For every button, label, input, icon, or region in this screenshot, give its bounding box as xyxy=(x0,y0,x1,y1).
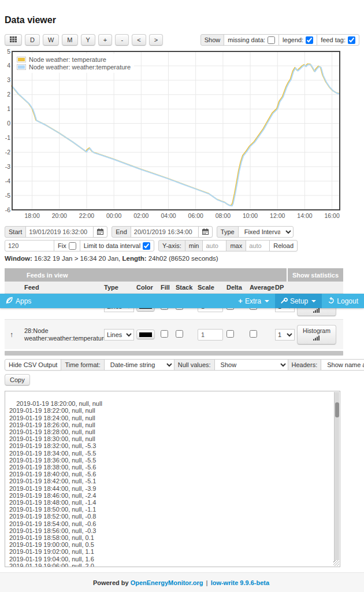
limit-checkbox[interactable] xyxy=(143,242,150,250)
col-stack: Stack xyxy=(176,284,198,291)
type-label: Type xyxy=(217,226,239,238)
legend-entry: Node weather: temperature xyxy=(17,56,131,63)
nav-apps[interactable]: Apps xyxy=(0,294,37,308)
yaxis-max-input[interactable] xyxy=(246,240,270,251)
feed-tag-option: feed tag: xyxy=(317,34,359,46)
nav-extra[interactable]: + Extra xyxy=(232,294,275,308)
csv-scrollbar-thumb[interactable] xyxy=(335,402,339,417)
pan-right-button[interactable]: > xyxy=(149,34,163,46)
start-label: Start xyxy=(5,226,26,238)
chevron-down-icon xyxy=(311,300,316,302)
zoom-in-button[interactable]: + xyxy=(98,34,112,46)
legend-swatch-blue xyxy=(17,64,26,70)
missing-data-option: missing data: xyxy=(224,34,279,46)
page-footer: Powered by OpenEnergyMonitor.org | low-w… xyxy=(0,572,364,592)
time-format-select[interactable]: Date-time string xyxy=(104,359,174,371)
feed-color-button[interactable] xyxy=(136,330,155,339)
version-link[interactable]: low-write 9.9.6-beta xyxy=(211,579,269,586)
legend-checkbox[interactable] xyxy=(306,36,313,44)
show-label: Show xyxy=(200,34,225,46)
zoom-out-button[interactable]: - xyxy=(115,34,129,46)
average-checkbox[interactable] xyxy=(250,330,257,338)
missing-data-checkbox[interactable] xyxy=(268,36,275,44)
csv-scrollbar-track[interactable] xyxy=(334,392,339,561)
yaxis-group: Y-axis: min max Reload xyxy=(158,240,298,251)
zoom-month-button[interactable]: M xyxy=(62,34,77,46)
svg-text:18:00: 18:00 xyxy=(24,212,39,219)
window-value: 16:32 19 Jan > 16:34 20 Jan, xyxy=(32,255,122,262)
time-nav-buttons: D W M Y + - < > xyxy=(5,34,163,46)
move-feed-up-button[interactable]: ↑ xyxy=(5,331,18,339)
col-fill: Fill xyxy=(161,284,176,291)
legend-entry: Node weather: weather:temperature xyxy=(17,64,131,71)
copy-button[interactable]: Copy xyxy=(5,374,30,386)
app-navbar: Apps + Extra Setup Logout xyxy=(0,294,364,308)
grid-view-button[interactable] xyxy=(5,34,22,46)
svg-text:-4: -4 xyxy=(5,177,10,184)
interval-type-select[interactable]: Fixed Interval xyxy=(238,226,294,238)
interval-seconds-input[interactable] xyxy=(5,240,54,251)
color-chip xyxy=(139,332,152,337)
legend-swatch-yellow xyxy=(17,57,26,62)
csv-headers-select[interactable]: Show name and tag xyxy=(321,359,364,371)
page-title: Data viewer xyxy=(5,15,56,25)
length-label: Length: xyxy=(122,255,147,262)
temperature-chart[interactable]: 543210-1-2-3-4-5-618:0020:0022:0000:0002… xyxy=(5,49,351,223)
end-datetime-input[interactable] xyxy=(131,226,199,238)
calendar-icon xyxy=(97,228,103,236)
svg-text:14:00: 14:00 xyxy=(297,212,312,219)
nav-setup[interactable]: Setup xyxy=(275,294,322,308)
start-datetime-input[interactable] xyxy=(25,226,94,238)
time-format-label: Time format: xyxy=(61,359,104,371)
calendar-icon xyxy=(202,228,209,236)
resize-grip-icon[interactable] xyxy=(333,560,339,566)
svg-text:08:00: 08:00 xyxy=(216,212,231,219)
feeds-horizontal-scrollbar[interactable] xyxy=(5,351,343,356)
zoom-day-button[interactable]: D xyxy=(25,34,40,46)
pan-left-button[interactable]: < xyxy=(132,34,146,46)
svg-text:00:00: 00:00 xyxy=(106,212,121,219)
feed-type-select[interactable]: Lines xyxy=(104,329,134,341)
headers-label: Headers: xyxy=(288,359,322,371)
col-color: Color xyxy=(136,284,161,291)
col-dp: DP xyxy=(275,284,297,291)
zoom-year-button[interactable]: Y xyxy=(81,34,95,46)
hide-csv-output-button[interactable]: Hide CSV Output xyxy=(5,359,61,371)
yaxis-min-label: min xyxy=(185,240,203,251)
feeds-title-bar: Feeds in view Show statistics xyxy=(5,268,343,282)
legend-option: legend: xyxy=(278,34,317,46)
null-values-select[interactable]: Show xyxy=(214,359,288,371)
yaxis-label: Y-axis: xyxy=(158,240,185,251)
chart-plot-area[interactable]: 543210-1-2-3-4-5-618:0020:0022:0000:0002… xyxy=(5,49,351,224)
csv-output-textarea[interactable]: 2019-01-19 18:20:00, null, null 2019-01-… xyxy=(5,391,340,567)
fill-checkbox[interactable] xyxy=(161,330,168,338)
fix-checkbox[interactable] xyxy=(69,242,76,250)
scale-input[interactable] xyxy=(198,329,223,341)
end-calendar-button[interactable] xyxy=(198,226,213,238)
svg-text:04:00: 04:00 xyxy=(161,212,176,219)
footer-separator: | xyxy=(206,579,208,586)
reload-button[interactable]: Reload xyxy=(269,240,298,251)
show-options-group: Show missing data: legend: feed tag: xyxy=(200,34,359,46)
show-statistics-button[interactable]: Show statistics xyxy=(287,268,343,282)
svg-text:5: 5 xyxy=(7,49,10,55)
zoom-week-button[interactable]: W xyxy=(43,34,59,46)
feed-tag-checkbox[interactable] xyxy=(348,36,355,44)
csv-controls: Hide CSV Output Time format: Date-time s… xyxy=(5,359,364,371)
svg-text:16:00: 16:00 xyxy=(324,212,339,219)
histogram-button[interactable]: Histogram xyxy=(297,325,336,345)
svg-text:-2: -2 xyxy=(5,149,10,156)
yaxis-min-input[interactable] xyxy=(202,240,226,251)
copy-row: Copy xyxy=(5,374,30,386)
csv-options-group: Hide CSV Output Time format: Date-time s… xyxy=(5,359,364,371)
start-calendar-button[interactable] xyxy=(93,226,107,238)
delta-checkbox[interactable] xyxy=(226,330,234,338)
type-group: Type Fixed Interval xyxy=(217,226,294,238)
feed-row: ↑ 28:Node weather:weather:temperature Li… xyxy=(5,319,343,349)
dp-select[interactable]: 1 xyxy=(275,329,295,341)
length-value: 24h02 (86520 seconds) xyxy=(147,255,218,262)
svg-text:-5: -5 xyxy=(5,192,10,199)
stack-checkbox[interactable] xyxy=(176,330,183,338)
openenergymonitor-link[interactable]: OpenEnergyMonitor.org xyxy=(131,579,203,586)
nav-logout[interactable]: Logout xyxy=(322,294,364,308)
